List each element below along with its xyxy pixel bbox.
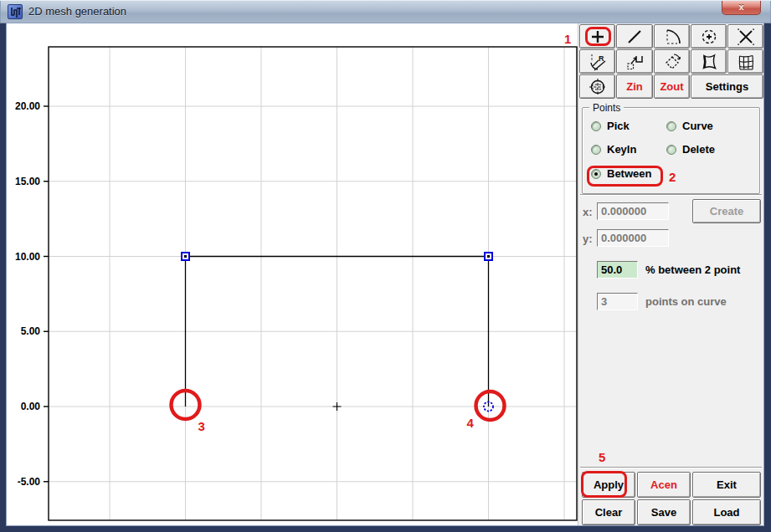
radio-between[interactable]: Between (591, 167, 651, 180)
radio-circle-icon (591, 169, 601, 179)
zoom-in-button[interactable]: Zin (616, 74, 653, 99)
save-button[interactable]: Save (637, 499, 691, 525)
radio-pick[interactable]: Pick (591, 120, 630, 132)
tool-mesh-button[interactable] (727, 49, 763, 74)
y-field-label: y: (583, 233, 593, 245)
tool-line-button[interactable] (616, 24, 653, 49)
y-axis-tick-label: 0.00 (21, 401, 41, 412)
x-input[interactable]: 0.000000 (597, 202, 669, 220)
intersection-x-icon (737, 28, 755, 46)
separator (580, 194, 762, 196)
y-input[interactable]: 0.000000 (597, 229, 669, 247)
window-title: 2D mesh generation (28, 5, 126, 18)
radio-circle-icon (591, 121, 601, 131)
tool-fillet-button[interactable]: R (579, 49, 615, 74)
y-axis-tick-label: 20.00 (15, 100, 40, 112)
load-button[interactable]: Load (692, 499, 761, 525)
percent-between-input[interactable]: 50.0 (597, 261, 638, 279)
y-axis-tick-label: 10.00 (15, 251, 40, 263)
y-axis-tick-label: -5.00 (18, 476, 41, 488)
points-on-curve-label: points on curve (645, 295, 727, 308)
tool-zoom-extents-button[interactable] (579, 74, 615, 99)
annotation-number-3: 3 (198, 419, 205, 433)
vertex-center-dot (184, 255, 187, 258)
vertex-center-dot (487, 255, 490, 258)
copy-translate-icon (625, 53, 644, 71)
tool-arc-button[interactable] (654, 24, 690, 49)
radio-circle-icon (666, 121, 676, 131)
origin-cross-marker (333, 402, 342, 411)
create-button[interactable]: Create (692, 199, 761, 223)
mesh-canvas[interactable]: 20.0015.0010.005.000.00-5.00341 (7, 23, 578, 525)
annotation-circle-4 (476, 391, 505, 420)
tool-add-point-button[interactable] (579, 24, 615, 49)
plot-svg: 20.0015.0010.005.000.00-5.00341 (7, 23, 578, 525)
y-axis-tick-label: 15.00 (15, 176, 40, 187)
points-on-curve-input[interactable]: 3 (597, 293, 638, 310)
plot-border (49, 47, 577, 520)
line-segment-icon (625, 28, 644, 46)
annotation-number-1: 1 (564, 32, 571, 46)
zoom-extents-icon (589, 78, 607, 96)
tool-rotate-button[interactable] (654, 49, 690, 74)
y-axis-tick-label: 5.00 (21, 325, 41, 337)
radio-delete[interactable]: Delete (666, 143, 715, 156)
client-area: 20.0015.0010.005.000.00-5.00341 R (7, 23, 763, 525)
close-button[interactable]: x (722, 1, 761, 15)
clear-button[interactable]: Clear (582, 499, 635, 525)
svg-text:R: R (599, 54, 604, 63)
percent-between-label: % between 2 point (645, 263, 740, 276)
control-panel: R Zin Zout Settings Points Pick (578, 23, 763, 525)
mesh-grid-icon (737, 53, 755, 71)
fillet-radius-icon: R (589, 53, 607, 71)
radio-circle-icon (591, 145, 601, 155)
arc-dashed-icon (663, 28, 681, 46)
mesh-app-window: { "window": { "title": "2D mesh generati… (0, 0, 771, 532)
tool-circle-button[interactable] (691, 24, 727, 49)
title-bar[interactable]: 2D mesh generation x (0, 0, 771, 23)
exit-button[interactable]: Exit (692, 472, 761, 498)
acen-button[interactable]: Acen (637, 472, 691, 498)
app-logo-icon (8, 4, 23, 19)
region-boundary-icon (700, 53, 718, 71)
x-field-label: x: (583, 206, 593, 218)
zoom-out-button[interactable]: Zout (654, 74, 690, 99)
radio-curve[interactable]: Curve (666, 120, 713, 132)
apply-button[interactable]: Apply (582, 472, 635, 498)
rotate-diamond-icon (663, 53, 681, 71)
tool-copy-button[interactable] (616, 49, 653, 74)
circle-center-plus-icon (700, 28, 718, 46)
annotation-number-4: 4 (467, 416, 475, 430)
annotation-number-2: 2 (669, 170, 676, 184)
radio-circle-icon (666, 145, 676, 155)
points-group-caption: Points (589, 102, 624, 114)
radio-keyin[interactable]: KeyIn (591, 143, 636, 156)
settings-button[interactable]: Settings (691, 74, 763, 99)
crosshair-plus-icon (589, 28, 607, 46)
annotation-number-5: 5 (599, 450, 605, 464)
tool-region-button[interactable] (691, 49, 727, 74)
separator (580, 467, 762, 468)
tool-intersect-button[interactable] (727, 24, 763, 49)
